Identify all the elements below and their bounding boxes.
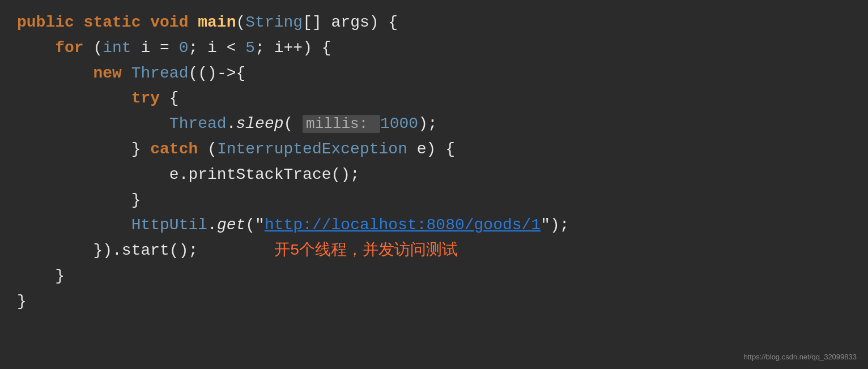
- watermark-container: https://blog.csdn.net/qq_32099833: [744, 352, 857, 362]
- type-thread: Thread: [131, 65, 189, 82]
- code-line-7: e.printStackTrace();: [17, 162, 851, 188]
- code-line-1: public static void main(String[] args) {: [17, 10, 851, 36]
- tooltip-millis: millis:: [303, 115, 380, 133]
- number-1000: 1000: [380, 115, 418, 132]
- type-interrupted-exception: InterruptedException: [217, 140, 407, 158]
- number-0: 0: [179, 39, 189, 57]
- type-string: String: [245, 14, 303, 31]
- code-block: public static void main(String[] args) {…: [17, 10, 851, 315]
- code-line-8: }: [17, 188, 851, 213]
- annotation-chinese: 开5个线程，并发访问测试: [274, 242, 458, 259]
- number-5: 5: [245, 39, 255, 57]
- method-get: get: [217, 216, 245, 234]
- code-line-2: for (int i = 0; i < 5; i++) {: [17, 36, 851, 61]
- code-line-9: HttpUtil.get("http://localhost:8080/good…: [17, 213, 851, 238]
- code-container: public static void main(String[] args) {…: [0, 0, 868, 369]
- url-localhost: http://localhost:8080/goods/1: [265, 216, 541, 234]
- type-int: int: [103, 39, 131, 57]
- keyword-catch: catch: [150, 140, 198, 158]
- code-line-10: }).start(); 开5个线程，并发访问测试: [17, 238, 851, 264]
- code-line-5: Thread.sleep( millis: 1000);: [17, 111, 851, 137]
- keyword-for: for: [55, 39, 83, 57]
- code-line-6: } catch (InterruptedException e) {: [17, 137, 851, 162]
- code-line-11: }: [17, 264, 851, 289]
- method-name-main: main: [198, 14, 236, 31]
- keyword-new: new: [93, 65, 131, 82]
- code-line-4: try {: [17, 86, 851, 111]
- code-line-3: new Thread(()->{: [17, 61, 851, 87]
- type-httputil: HttpUtil: [131, 216, 207, 234]
- type-thread-sleep: Thread: [169, 115, 227, 132]
- param-args: args: [331, 14, 369, 31]
- code-line-12: }: [17, 289, 851, 315]
- keyword-try: try: [131, 89, 160, 107]
- keyword-public-static-void: public static void: [17, 14, 198, 31]
- watermark-text: https://blog.csdn.net/qq_32099833: [744, 353, 857, 361]
- method-sleep: sleep: [236, 115, 283, 132]
